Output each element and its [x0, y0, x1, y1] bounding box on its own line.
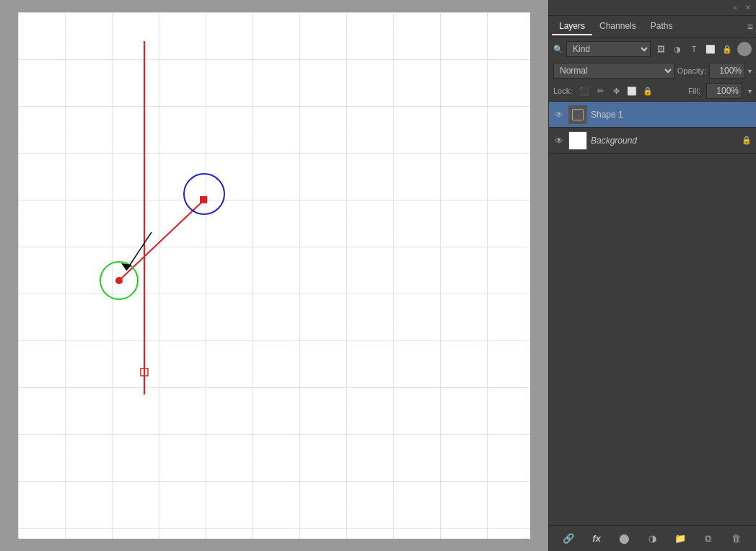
opacity-label: Opacity: — [677, 66, 706, 75]
drawing-canvas — [18, 12, 530, 539]
fill-label: Fill: — [688, 87, 700, 95]
new-group-button[interactable]: 📁 — [672, 531, 688, 547]
layer-thumbnail-background — [568, 131, 587, 150]
lock-pixels-icon[interactable]: ⬛ — [578, 84, 591, 97]
svg-rect-0 — [18, 12, 530, 539]
tab-paths[interactable]: Paths — [643, 18, 680, 35]
panel-menu-icon[interactable]: ≡ — [747, 21, 753, 32]
layer-lock-background-icon: 🔒 — [742, 136, 752, 145]
svg-point-6 — [115, 277, 123, 284]
filter-pixel-icon[interactable]: 🖼 — [654, 42, 668, 56]
layers-panel: « ✕ Layers Channels Paths ≡ 🔍 Kind 🖼 ◑ T… — [548, 0, 756, 551]
filter-smart-icon[interactable]: 🔒 — [720, 42, 734, 56]
opacity-chevron-icon[interactable]: ▾ — [748, 67, 752, 75]
blend-row: Normal Opacity: ▾ — [549, 61, 756, 81]
delete-layer-button[interactable]: 🗑 — [729, 531, 744, 547]
lock-artboard-icon[interactable]: ⬜ — [625, 84, 638, 97]
panel-toolbar: 🔗 fx ⬤ ◑ 📁 ⧉ 🗑 — [549, 525, 756, 551]
layers-list: 👁 Shape 1 👁 Background 🔒 — [549, 102, 756, 525]
lock-label: Lock: — [553, 87, 572, 95]
panel-collapse-button[interactable]: « — [731, 4, 739, 12]
link-layers-button[interactable]: 🔗 — [561, 531, 576, 547]
panel-titlebar: « ✕ — [549, 0, 756, 16]
lock-icons: ⬛ ✏ ✥ ⬜ 🔒 — [578, 84, 654, 97]
tab-channels[interactable]: Channels — [592, 18, 643, 35]
svg-rect-4 — [200, 196, 207, 203]
adjustment-button[interactable]: ◑ — [644, 531, 660, 547]
filter-toggle[interactable] — [737, 42, 752, 56]
filter-icons: 🖼 ◑ T ⬜ 🔒 — [654, 42, 734, 56]
filter-adjustment-icon[interactable]: ◑ — [670, 42, 685, 56]
blend-mode-select[interactable]: Normal — [553, 63, 674, 79]
lock-draw-icon[interactable]: ✏ — [594, 84, 607, 97]
layer-visibility-shape1[interactable]: 👁 — [553, 109, 565, 120]
lock-all-icon[interactable]: 🔒 — [641, 84, 654, 97]
opacity-input[interactable] — [709, 63, 745, 79]
panel-close-button[interactable]: ✕ — [744, 4, 752, 12]
kind-filter-select[interactable]: Kind — [566, 41, 651, 57]
layer-visibility-background[interactable]: 👁 — [553, 135, 565, 146]
canvas-document[interactable] — [18, 12, 530, 539]
layer-name-shape1: Shape 1 — [591, 110, 752, 120]
new-layer-button[interactable]: ⧉ — [700, 531, 716, 547]
layer-item-shape1[interactable]: 👁 Shape 1 — [549, 102, 756, 128]
layer-name-background: Background — [591, 136, 738, 146]
panel-tabs: Layers Channels Paths ≡ — [549, 16, 756, 38]
fx-button[interactable]: fx — [589, 531, 605, 547]
lock-row: Lock: ⬛ ✏ ✥ ⬜ 🔒 Fill: ▾ — [549, 81, 756, 102]
search-icon: 🔍 — [553, 45, 563, 54]
lock-move-icon[interactable]: ✥ — [610, 84, 623, 97]
shape-thumb-icon — [572, 109, 584, 120]
filter-shape-icon[interactable]: ⬜ — [703, 42, 718, 56]
fill-chevron-icon[interactable]: ▾ — [748, 87, 752, 95]
filter-row: 🔍 Kind 🖼 ◑ T ⬜ 🔒 — [549, 38, 756, 61]
fill-input[interactable] — [706, 83, 742, 99]
layer-thumbnail-shape1 — [568, 105, 587, 124]
filter-type-icon[interactable]: T — [687, 42, 701, 56]
add-mask-button[interactable]: ⬤ — [617, 531, 633, 547]
canvas-area — [0, 0, 548, 551]
tab-layers[interactable]: Layers — [552, 18, 592, 35]
layer-item-background[interactable]: 👁 Background 🔒 — [549, 128, 756, 154]
